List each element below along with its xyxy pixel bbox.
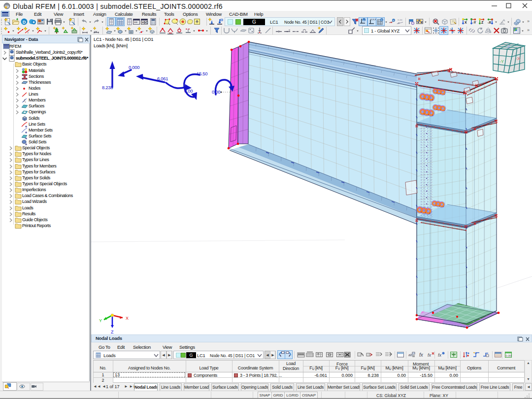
svg-text:-Z: -Z bbox=[506, 44, 510, 49]
svg-text:Loads [kN], [kNm]: Loads [kN], [kNm] bbox=[94, 43, 128, 48]
svg-text:e: e bbox=[363, 19, 365, 22]
svg-text:I: I bbox=[28, 31, 29, 34]
svg-text:8.238: 8.238 bbox=[102, 85, 113, 90]
svg-text:>>: >> bbox=[134, 21, 138, 24]
svg-text:0.00: 0.00 bbox=[506, 354, 512, 357]
svg-text:x,x,x: x,x,x bbox=[370, 18, 376, 21]
svg-text:6.061: 6.061 bbox=[157, 76, 168, 81]
svg-text:X: X bbox=[465, 21, 467, 24]
svg-text:0.00: 0.00 bbox=[184, 88, 193, 94]
svg-text:-Y: -Y bbox=[499, 59, 504, 64]
svg-text:e: e bbox=[381, 19, 382, 21]
svg-text:fx: fx bbox=[419, 352, 424, 358]
svg-text:15.50: 15.50 bbox=[197, 71, 207, 76]
svg-text:X: X bbox=[126, 316, 129, 321]
svg-text:Y: Y bbox=[99, 318, 102, 323]
svg-text:Z: Z bbox=[111, 330, 114, 334]
svg-text:ab: ab bbox=[408, 353, 412, 357]
svg-text:0.000: 0.000 bbox=[129, 65, 139, 70]
svg-text:>SC: >SC bbox=[142, 21, 148, 24]
svg-text:-X: -X bbox=[516, 56, 520, 61]
svg-text:e: e bbox=[393, 19, 394, 22]
svg-text:fx: fx bbox=[428, 353, 432, 358]
svg-text:Z: Z bbox=[481, 21, 484, 24]
svg-text:-Y: -Y bbox=[473, 21, 476, 24]
svg-text:0.00: 0.00 bbox=[212, 89, 220, 95]
svg-text:fx: fx bbox=[438, 353, 442, 358]
svg-text:x.xx: x.xx bbox=[398, 18, 402, 21]
svg-text:-X: -X bbox=[488, 21, 491, 24]
svg-text:LC1 - Node No. 45 | DS1 | CO1: LC1 - Node No. 45 | DS1 | CO1 bbox=[94, 36, 153, 42]
svg-text:D: D bbox=[23, 20, 26, 25]
